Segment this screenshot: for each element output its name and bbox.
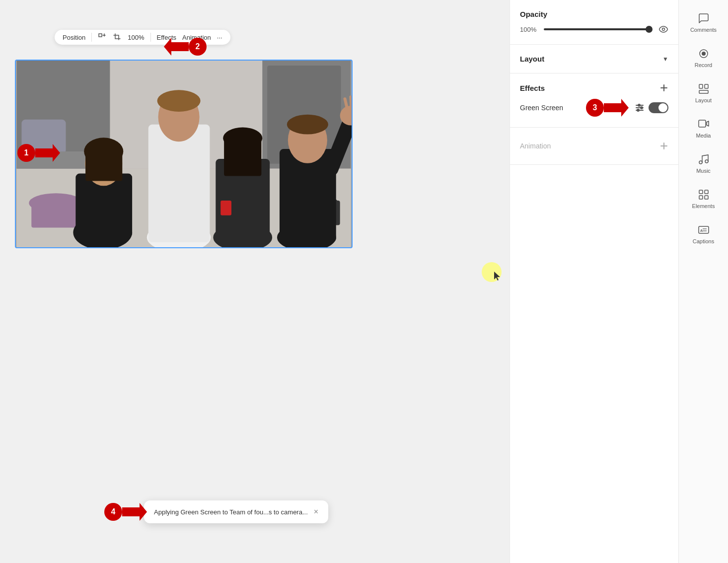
right-panel: Opacity 100% Layout ▼	[510, 0, 678, 563]
animation-title: Animation	[520, 142, 551, 150]
annotation-2: 2	[164, 38, 207, 56]
toggle-thumb	[658, 103, 667, 112]
toolbar-divider-2	[150, 33, 151, 42]
layout-chevron-icon[interactable]: ▼	[662, 56, 668, 63]
sidebar-item-captions[interactable]: A Captions	[679, 216, 728, 252]
sidebar-item-comments[interactable]: Comments	[679, 5, 728, 40]
sidebar-item-media[interactable]: Media	[679, 111, 728, 146]
elements-label: Elements	[692, 203, 715, 209]
green-screen-toggle[interactable]	[649, 102, 668, 113]
animation-row: Animation	[520, 138, 668, 154]
svg-rect-45	[699, 84, 703, 88]
opacity-title: Opacity	[520, 10, 547, 18]
music-icon	[697, 153, 710, 166]
svg-point-50	[705, 160, 708, 163]
comments-icon	[697, 12, 710, 25]
sidebar-item-record[interactable]: Record	[679, 40, 728, 75]
annotation-3: 3	[586, 99, 629, 117]
animation-add-button[interactable]	[659, 141, 668, 150]
layout-header: Layout ▼	[520, 55, 668, 63]
image-frame[interactable]	[15, 60, 353, 248]
opacity-section: Opacity 100%	[510, 0, 678, 45]
opacity-row: 100%	[520, 24, 668, 34]
captions-label: Captions	[693, 238, 714, 244]
toast-close-button[interactable]: ×	[314, 507, 318, 516]
slider-line-3	[636, 110, 644, 111]
cursor-highlight	[482, 262, 502, 282]
annotation-4: 4	[104, 503, 147, 521]
annotation-4-badge: 4	[104, 503, 122, 521]
effects-add-button[interactable]	[659, 83, 668, 92]
svg-rect-27	[220, 201, 231, 215]
layout-icon	[697, 82, 710, 95]
slider-dot-2	[640, 106, 643, 109]
svg-rect-48	[699, 120, 706, 127]
annotation-2-arrow	[164, 38, 189, 56]
svg-rect-46	[705, 84, 708, 88]
svg-point-31	[287, 115, 328, 135]
media-icon	[697, 118, 710, 131]
annotation-1: 1	[17, 144, 60, 162]
opacity-header: Opacity	[520, 10, 668, 18]
green-screen-row: Green Screen 3	[520, 98, 668, 117]
annotation-3-badge: 3	[586, 99, 604, 117]
opacity-slider[interactable]	[544, 28, 653, 30]
annotation-1-badge: 1	[17, 144, 35, 162]
effects-header: Effects	[520, 83, 668, 92]
comments-label: Comments	[690, 27, 717, 33]
effects-title: Effects	[520, 84, 545, 92]
position-button[interactable]: Position	[63, 34, 85, 41]
effects-controls: 3	[631, 102, 668, 113]
toolbar-divider-1	[91, 33, 92, 42]
svg-point-49	[699, 161, 702, 164]
sidebar-item-music[interactable]: Music	[679, 146, 728, 181]
svg-rect-17	[85, 151, 122, 181]
effects-section: Effects Green Screen 3	[510, 73, 678, 128]
photo-content	[16, 61, 352, 247]
captions-icon: A	[697, 223, 710, 236]
opacity-thumb[interactable]	[646, 26, 653, 33]
zoom-label[interactable]: 100%	[128, 34, 144, 41]
slider-dot-3	[637, 109, 640, 112]
svg-rect-52	[705, 190, 708, 194]
record-label: Record	[695, 62, 712, 68]
media-label: Media	[696, 133, 711, 139]
svg-rect-19	[148, 125, 210, 242]
record-icon	[697, 47, 710, 60]
sidebar-item-layout[interactable]: Layout	[679, 75, 728, 111]
layout-label: Layout	[695, 97, 712, 103]
layout-section: Layout ▼	[510, 45, 678, 73]
select-icon[interactable]	[98, 33, 107, 42]
cursor-arrow	[493, 271, 501, 282]
green-screen-label: Green Screen	[520, 104, 563, 112]
annotation-4-arrow	[122, 503, 147, 521]
sidebar-icons: Comments Record Layout	[678, 0, 728, 563]
music-label: Music	[696, 168, 711, 174]
svg-line-34	[345, 99, 347, 107]
svg-point-44	[702, 52, 706, 56]
layout-title: Layout	[520, 55, 544, 63]
annotation-1-arrow	[35, 144, 60, 162]
green-screen-settings-icon[interactable]	[636, 105, 644, 111]
svg-rect-51	[699, 190, 703, 194]
svg-rect-10	[31, 201, 80, 227]
annotation-2-badge: 2	[189, 38, 207, 56]
animation-section: Animation	[510, 128, 678, 165]
svg-point-21	[157, 90, 201, 112]
elements-icon	[697, 188, 710, 201]
eye-icon[interactable]	[658, 24, 668, 34]
crop-icon[interactable]	[113, 33, 122, 42]
svg-rect-47	[699, 90, 708, 93]
svg-rect-54	[705, 196, 708, 199]
more-button[interactable]: ···	[217, 34, 222, 41]
svg-point-26	[223, 128, 262, 149]
svg-rect-53	[699, 196, 703, 199]
svg-point-38	[662, 28, 665, 31]
svg-text:A: A	[700, 229, 703, 232]
sidebar-item-elements[interactable]: Elements	[679, 181, 728, 216]
annotation-3-arrow	[604, 99, 629, 117]
svg-line-35	[351, 97, 351, 106]
toast-message: Applying Green Screen to Team of fou...s…	[154, 508, 308, 516]
toast-notification: 4 Applying Green Screen to Team of fou..…	[144, 500, 328, 523]
opacity-value: 100%	[520, 26, 538, 33]
